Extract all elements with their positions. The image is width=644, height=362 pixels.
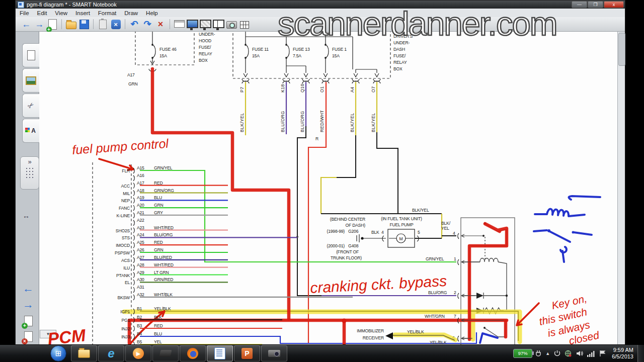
delete-button[interactable]: × — [154, 18, 167, 30]
tab-page-sorter[interactable] — [22, 43, 39, 67]
taskbar-app-ie[interactable]: e — [98, 345, 124, 361]
transparent-bg-button[interactable] — [199, 18, 211, 30]
fullscreen-button[interactable] — [186, 18, 198, 30]
explorer-icon — [78, 349, 90, 358]
sidebar-collapse-button[interactable]: » — [20, 156, 39, 190]
delete-page-button[interactable] — [24, 331, 33, 342]
note-fuel-pump-control: fuel pump control — [71, 136, 170, 157]
pin-bracket — [133, 191, 134, 196]
start-button[interactable]: ⊞ — [50, 345, 66, 361]
feed-pin-label: P7 — [239, 86, 245, 93]
pcm-wire-color: WHT/RED — [154, 262, 174, 267]
pcm-signal-name: PG1 — [121, 318, 130, 323]
taskbar-app-notebook[interactable] — [207, 345, 233, 361]
toolbar-separator — [170, 19, 170, 29]
menu-edit[interactable]: Edit — [33, 10, 51, 17]
menu-file[interactable]: File — [16, 10, 33, 17]
pcm-pin-number: B4 — [137, 331, 142, 336]
pcm-wire-color: RED — [154, 240, 163, 245]
paste-button[interactable] — [97, 18, 109, 30]
tab-properties[interactable]: A — [22, 119, 39, 143]
drag-dots-icon — [25, 167, 34, 178]
relay-pin-number: 4 — [453, 231, 455, 236]
new-page-button[interactable] — [46, 18, 58, 30]
action-center-flag-icon[interactable] — [599, 350, 606, 357]
pcm-pin-number: A31 — [137, 285, 144, 290]
clock[interactable]: 9:59 AM 6/5/2013 — [612, 347, 633, 360]
signal-bars-icon[interactable] — [587, 350, 595, 357]
motor-m-label: M — [399, 236, 403, 241]
toolbar-separator — [125, 19, 125, 29]
fuse-rating: 15A — [332, 53, 340, 58]
fuse-symbol — [286, 45, 289, 58]
ground-note: TRUNK FLOOR) — [331, 255, 362, 260]
underhood-box-label: UNDER-HOODFUSE/RELAYBOX — [199, 32, 215, 63]
pin-bracket — [133, 205, 134, 211]
tray-date: 6/5/2013 — [612, 353, 633, 360]
redo-button[interactable]: ↷ — [141, 18, 153, 30]
open-button[interactable] — [65, 18, 77, 30]
window-title: pgm-fi diagram * - SMART Notebook — [27, 2, 117, 8]
volume-icon[interactable] — [576, 350, 583, 357]
close-button[interactable]: x — [604, 1, 624, 8]
previous-page-button[interactable]: ← — [23, 282, 34, 295]
resize-handle-icon[interactable]: ↔ — [23, 212, 30, 220]
next-page-button[interactable]: → — [23, 298, 34, 311]
network-icon[interactable] — [565, 350, 572, 357]
add-page-button[interactable] — [24, 316, 33, 326]
restore-button[interactable]: ❐ — [588, 1, 603, 8]
table-button[interactable] — [238, 18, 251, 30]
save-button[interactable] — [78, 18, 90, 30]
screen-capture-button[interactable] — [225, 18, 237, 30]
battery-indicator[interactable]: 97% — [513, 349, 532, 358]
scrollbar-thumb[interactable] — [618, 33, 625, 66]
power-icon[interactable] — [554, 350, 560, 357]
menu-draw[interactable]: Draw — [120, 10, 142, 17]
capture-button[interactable]: × — [110, 18, 122, 30]
immobilizer-label: IMMOBILIZER — [357, 328, 384, 333]
menu-view[interactable]: View — [51, 10, 71, 17]
menu-format[interactable]: Format — [94, 10, 120, 17]
pin-bracket — [133, 280, 134, 285]
dual-display-button[interactable] — [212, 18, 224, 30]
forward-button[interactable]: → — [33, 18, 45, 30]
pcm-wire-color: BLU/RED — [154, 255, 172, 260]
menu-insert[interactable]: Insert — [71, 10, 94, 17]
taskbar-app-tools[interactable] — [152, 345, 179, 361]
sidebar: ✂ A » ↔ ← → — [16, 32, 39, 344]
gallery-icon — [26, 76, 36, 85]
pin-bracket — [133, 235, 134, 240]
minimize-button[interactable]: — — [572, 1, 587, 8]
smart-notebook-window: pgm-fi diagram * - SMART Notebook — ❐ x … — [15, 0, 625, 345]
screen-shade-button[interactable] — [173, 18, 185, 30]
screen: pgm-fi diagram * - SMART Notebook — ❐ x … — [0, 0, 644, 362]
undo-button[interactable]: ↶ — [128, 18, 140, 30]
pin-bracket — [133, 334, 134, 339]
taskbar-app-explorer[interactable] — [71, 345, 97, 361]
taskbar-app-ppt[interactable]: P — [234, 345, 260, 361]
menu-help[interactable]: Help — [142, 10, 162, 17]
pcm-pin-number: A26 — [137, 247, 144, 252]
down-arrow — [354, 73, 358, 77]
pcm-pin-number: A24 — [137, 232, 144, 237]
title-bar[interactable]: pgm-fi diagram * - SMART Notebook — ❐ x — [16, 1, 625, 9]
fuse-name: FUSE 11 — [252, 47, 269, 52]
tools-icon — [159, 350, 172, 357]
pcm-wire-color: BLU/ORG — [154, 232, 173, 237]
pcm-signal-name: FLR — [122, 168, 130, 173]
tab-attachments[interactable]: ✂ — [22, 94, 39, 118]
vertical-scrollbar[interactable] — [617, 32, 625, 344]
pcm-wire-color: GRN/YEL — [154, 165, 173, 170]
relay-pin-arrow — [461, 234, 482, 237]
pin-bracket — [133, 228, 134, 233]
pcm-wire-color: YEL/BLK — [154, 306, 171, 311]
pump-pin-label: 5 — [418, 230, 420, 235]
taskbar-app-camera[interactable] — [261, 345, 287, 361]
back-button[interactable]: ← — [20, 18, 32, 30]
relay-pin-label: GRN/YEL — [426, 256, 444, 261]
show-desktop-button[interactable] — [637, 345, 644, 362]
hidden-icons-button[interactable]: ▲ — [545, 351, 550, 356]
taskbar-app-firefox[interactable] — [180, 345, 206, 361]
tab-gallery[interactable] — [22, 68, 39, 93]
taskbar-app-wmp[interactable]: ▶ — [125, 345, 151, 361]
